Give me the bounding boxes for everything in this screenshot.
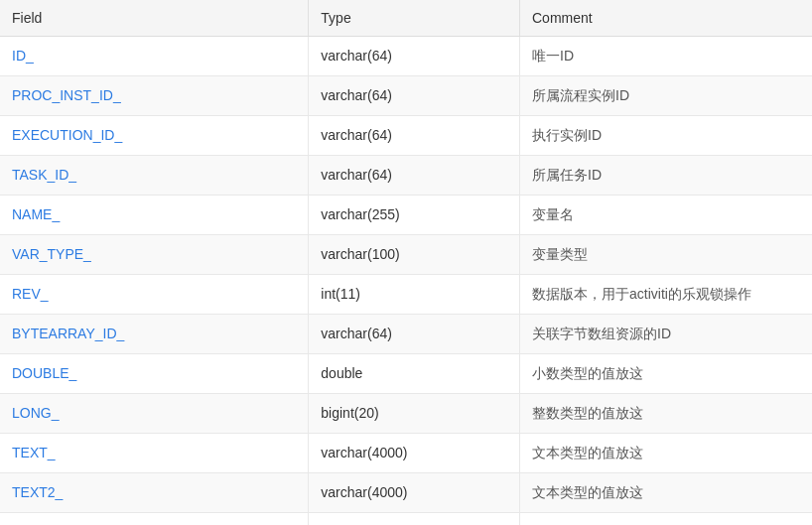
table-row: DOUBLE_double小数类型的值放这: [0, 354, 812, 394]
cell-type: varchar(64): [309, 156, 520, 196]
cell-field: BYTEARRAY_ID_: [0, 315, 309, 354]
cell-type: varchar(64): [309, 315, 520, 354]
cell-comment: 数据版本，用于activiti的乐观锁操作: [520, 275, 813, 315]
cell-field: DOUBLE_: [0, 354, 309, 394]
cell-field: REV_: [0, 275, 309, 315]
cell-comment: 创建时间: [520, 513, 813, 526]
cell-comment: 文本类型的值放这: [520, 473, 813, 513]
cell-comment: 关联字节数组资源的ID: [520, 315, 813, 354]
table-container: Field Type Comment ID_varchar(64)唯一IDPRO…: [0, 0, 812, 525]
cell-comment: 执行实例ID: [520, 116, 813, 156]
cell-field: TEXT2_: [0, 473, 309, 513]
table-row: ID_varchar(64)唯一ID: [0, 37, 812, 76]
cell-comment: 变量名: [520, 196, 813, 235]
cell-field: VAR_TYPE_: [0, 235, 309, 275]
cell-type: varchar(4000): [309, 434, 520, 473]
header-comment: Comment: [520, 0, 813, 37]
cell-comment: 整数类型的值放这: [520, 394, 813, 434]
cell-type: varchar(4000): [309, 473, 520, 513]
table-row: REV_int(11)数据版本，用于activiti的乐观锁操作: [0, 275, 812, 315]
header-field: Field: [0, 0, 309, 37]
table-row: VAR_TYPE_varchar(100)变量类型: [0, 235, 812, 275]
table-row: TEXT2_varchar(4000)文本类型的值放这: [0, 473, 812, 513]
cell-type: int(11): [309, 275, 520, 315]
cell-field: CREATE_TIME_: [0, 513, 309, 526]
cell-type: varchar(64): [309, 76, 520, 116]
cell-type: bigint(20): [309, 394, 520, 434]
table-row: NAME_varchar(255)变量名: [0, 196, 812, 235]
cell-comment: 唯一ID: [520, 37, 813, 76]
cell-field: EXECUTION_ID_: [0, 116, 309, 156]
table-row: TEXT_varchar(4000)文本类型的值放这: [0, 434, 812, 473]
cell-field: TASK_ID_: [0, 156, 309, 196]
cell-field: TEXT_: [0, 434, 309, 473]
data-table: Field Type Comment ID_varchar(64)唯一IDPRO…: [0, 0, 812, 525]
cell-comment: 变量类型: [520, 235, 813, 275]
table-row: CREATE_TIME_datetime(3)创建时间: [0, 513, 812, 526]
table-row: EXECUTION_ID_varchar(64)执行实例ID: [0, 116, 812, 156]
cell-type: double: [309, 354, 520, 394]
cell-comment: 小数类型的值放这: [520, 354, 813, 394]
cell-comment: 所属流程实例ID: [520, 76, 813, 116]
table-row: BYTEARRAY_ID_varchar(64)关联字节数组资源的ID: [0, 315, 812, 354]
cell-type: varchar(64): [309, 37, 520, 76]
table-header-row: Field Type Comment: [0, 0, 812, 37]
cell-type: varchar(64): [309, 116, 520, 156]
table-row: LONG_bigint(20)整数类型的值放这: [0, 394, 812, 434]
cell-field: ID_: [0, 37, 309, 76]
cell-field: PROC_INST_ID_: [0, 76, 309, 116]
table-row: PROC_INST_ID_varchar(64)所属流程实例ID: [0, 76, 812, 116]
cell-comment: 文本类型的值放这: [520, 434, 813, 473]
cell-field: NAME_: [0, 196, 309, 235]
cell-field: LONG_: [0, 394, 309, 434]
cell-type: varchar(255): [309, 196, 520, 235]
cell-type: datetime(3): [309, 513, 520, 526]
header-type: Type: [309, 0, 520, 37]
cell-type: varchar(100): [309, 235, 520, 275]
cell-comment: 所属任务ID: [520, 156, 813, 196]
table-row: TASK_ID_varchar(64)所属任务ID: [0, 156, 812, 196]
